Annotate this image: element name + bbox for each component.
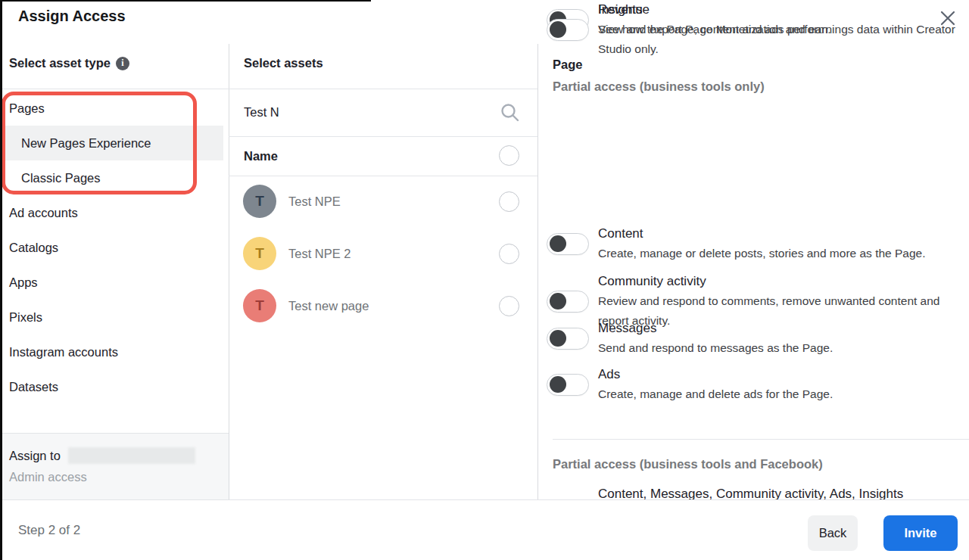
asset-radio[interactable] [499,296,519,316]
invite-button[interactable]: Invite [883,515,958,551]
avatar: T [243,185,276,218]
assign-to-label: Assign to [9,449,61,463]
name-column-header: Name [244,145,278,166]
redacted-recipient-name [68,447,195,464]
heading-divider [0,89,229,89]
toggle-knob [550,376,566,393]
perm-description: Send and respond to messages as the Page… [598,338,833,358]
asset-row-test-npe-2[interactable]: T Test NPE 2 [229,228,537,280]
search-divider [229,136,537,137]
asset-search-input[interactable] [244,98,478,126]
select-all-radio[interactable] [499,145,519,166]
perm-label: Content [598,224,926,244]
partial-access-tools-heading: Partial access (business tools only) [553,79,765,94]
window-left-edge [0,0,2,560]
perm-description: Create, manage and delete ads for the Pa… [598,384,833,404]
asset-type-new-pages-experience[interactable]: New Pages Experience [0,126,223,160]
window-top-edge [0,0,371,2]
partial-access-facebook-heading: Partial access (business tools and Faceb… [553,457,823,471]
perm-label: Messages [598,319,833,338]
perm-description: Create, manage or delete posts, stories … [598,244,926,263]
assign-to-section: Assign to Admin access [0,433,229,499]
assign-access-dialog: Assign Access Select asset type i Pages … [0,0,969,560]
avatar: T [243,289,276,322]
step-indicator: Step 2 of 2 [18,523,80,538]
toggle-ads[interactable] [547,374,589,396]
avatar: T [243,237,276,270]
page-heading: Page [553,58,582,72]
back-button[interactable]: Back [808,515,858,551]
asset-name: Test new page [288,280,369,332]
toggle-knob [550,235,566,252]
perm-label: Ads [598,365,833,384]
asset-radio[interactable] [499,244,519,264]
toggle-content[interactable] [547,233,589,255]
asset-type-list: Pages New Pages Experience Classic Pages… [0,91,229,404]
asset-type-apps[interactable]: Apps [0,265,223,300]
toggle-knob [550,21,566,38]
asset-type-panel: Select asset type i Pages New Pages Expe… [0,0,229,499]
asset-row-test-npe[interactable]: T Test NPE [229,176,537,228]
section-divider [553,439,969,440]
perm-label: Revenue [598,0,955,20]
assets-panel: Select assets Name T Test NPE T Test NPE… [229,0,537,499]
clipped-permissions-preview: Content, Messages, Community activity, A… [598,485,961,499]
search-icon [500,102,520,126]
perm-item-messages: Messages Send and respond to messages as… [547,319,955,358]
toggle-knob [550,330,566,347]
asset-type-datasets[interactable]: Datasets [0,369,223,404]
asset-type-heading-label: Select asset type [9,56,111,70]
asset-type-heading: Select asset type i [9,56,129,70]
perm-item-ads: Ads Create, manage and delete ads for th… [547,365,955,404]
perm-description: View and export Page Monetization and ea… [598,20,955,59]
toggle-revenue[interactable] [547,19,589,41]
asset-type-pixels[interactable]: Pixels [0,300,223,334]
asset-type-ad-accounts[interactable]: Ad accounts [0,195,223,230]
perm-item-revenue: Revenue View and export Page Monetizatio… [547,0,955,59]
asset-name: Test NPE [288,176,341,228]
toggle-knob [550,293,566,310]
toggle-community-activity[interactable] [547,291,589,313]
asset-radio[interactable] [499,191,519,212]
perm-label: Community activity [598,272,955,291]
asset-type-instagram-accounts[interactable]: Instagram accounts [0,334,223,369]
asset-name: Test NPE 2 [288,228,351,280]
asset-type-pages[interactable]: Pages [0,91,223,126]
asset-type-classic-pages[interactable]: Classic Pages [0,160,223,195]
asset-row-test-new-page[interactable]: T Test new page [229,280,537,332]
assets-heading: Select assets [244,56,323,70]
info-icon[interactable]: i [116,57,129,70]
toggle-messages[interactable] [547,328,589,350]
asset-type-catalogs[interactable]: Catalogs [0,230,223,265]
heading-divider [229,89,537,89]
dialog-footer: Step 2 of 2 Back Invite [0,499,969,560]
permissions-panel: Page Partial access (business tools only… [537,0,969,499]
perm-item-content: Content Create, manage or delete posts, … [547,224,955,263]
access-level-label: Admin access [9,470,220,484]
